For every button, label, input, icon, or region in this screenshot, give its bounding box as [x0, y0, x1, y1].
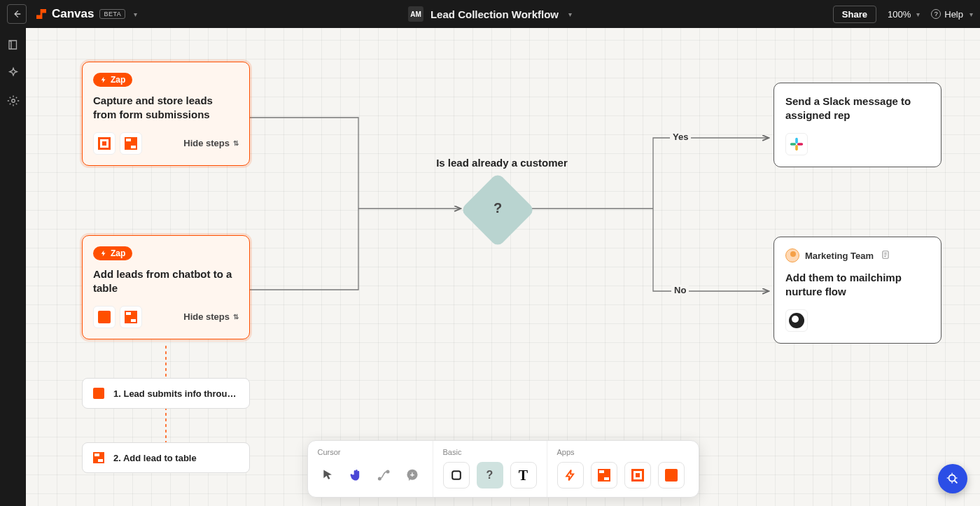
- canvas[interactable]: Zap Capture and store leads from form su…: [26, 28, 980, 506]
- tool-pan[interactable]: [346, 462, 367, 489]
- owner-avatar[interactable]: AM: [408, 6, 424, 22]
- share-button[interactable]: Share: [833, 6, 876, 23]
- app-icon-forms: [93, 132, 115, 155]
- document-title-group: AM Lead Collection Workflow ▾: [408, 6, 572, 22]
- svg-rect-3: [795, 144, 798, 150]
- zap-title: Add leads from chatbot to a table: [93, 267, 239, 296]
- tool-app-zap[interactable]: [557, 462, 584, 489]
- tool-group-label: Basic: [443, 448, 537, 456]
- settings-icon[interactable]: [6, 94, 20, 108]
- svg-point-11: [949, 475, 955, 482]
- svg-rect-1: [795, 137, 798, 143]
- zap-title: Capture and store leads from form submis…: [93, 94, 239, 122]
- tool-group-label: Cursor: [318, 448, 423, 456]
- svg-rect-4: [797, 143, 803, 146]
- tool-group-basic: Basic ? T: [433, 441, 547, 497]
- step-card-2[interactable]: 2. Add lead to table: [82, 442, 250, 473]
- outcome-title: Add them to mailchimp nurture flow: [785, 271, 930, 300]
- zap-card-capture-leads[interactable]: Zap Capture and store leads from form su…: [82, 62, 250, 166]
- zoom-value: 100%: [888, 9, 911, 20]
- hide-steps-toggle[interactable]: Hide steps ⇅: [183, 138, 239, 148]
- decision-label: Is lead already a customer: [425, 157, 579, 169]
- tool-app-chatbot[interactable]: [658, 462, 685, 489]
- note-icon: [881, 250, 890, 262]
- svg-rect-10: [452, 471, 461, 479]
- branch-yes-label: Yes: [670, 132, 691, 142]
- help-menu[interactable]: ? Help ▾: [931, 9, 973, 20]
- svg-point-7: [386, 470, 388, 472]
- tool-app-tables[interactable]: [591, 462, 617, 489]
- svg-point-0: [11, 99, 15, 103]
- sparkle-icon[interactable]: [6, 66, 20, 80]
- beta-badge: BETA: [99, 9, 125, 19]
- product-name: Canvas: [52, 7, 94, 21]
- zap-badge-label: Zap: [111, 75, 125, 85]
- tool-group-label: Apps: [557, 448, 685, 456]
- step-label: 1. Lead submits info throug…: [113, 388, 241, 399]
- zoom-control[interactable]: 100% ▾: [888, 9, 920, 20]
- outcome-title: Send a Slack message to assigned rep: [785, 94, 930, 123]
- document-title[interactable]: Lead Collection Workflow: [430, 8, 559, 20]
- step-card-1[interactable]: 1. Lead submits info throug…: [82, 378, 250, 409]
- app-icon-slack: [785, 133, 808, 155]
- tool-group-cursor: Cursor +: [308, 441, 433, 497]
- tool-shape-rect[interactable]: [443, 462, 470, 489]
- zap-app-icons: [93, 132, 142, 155]
- zapier-logo-icon: [36, 9, 46, 19]
- zoom-chevron-icon: ▾: [916, 10, 920, 18]
- sort-icon: ⇅: [233, 315, 239, 318]
- svg-rect-2: [790, 143, 796, 146]
- tool-app-interfaces[interactable]: [624, 462, 651, 489]
- sort-icon: ⇅: [233, 141, 239, 145]
- tool-text[interactable]: T: [510, 462, 537, 489]
- zap-app-icons: [93, 306, 142, 328]
- step-label: 2. Add lead to table: [113, 453, 197, 463]
- help-label: Help: [944, 9, 963, 20]
- svg-point-6: [378, 477, 380, 479]
- brand: Canvas BETA ▾: [36, 7, 137, 21]
- hide-steps-toggle[interactable]: Hide steps ⇅: [183, 311, 239, 322]
- app-icon-chatbot: [91, 386, 106, 401]
- zap-badge: Zap: [93, 73, 132, 87]
- svg-text:+: +: [410, 470, 414, 479]
- bottom-toolbar: Cursor + Basic ? T Apps: [307, 440, 699, 498]
- tool-select[interactable]: [318, 462, 339, 489]
- tool-connector[interactable]: [374, 462, 395, 489]
- topbar: Canvas BETA ▾ AM Lead Collection Workflo…: [0, 0, 980, 28]
- tool-group-apps: Apps: [547, 441, 694, 497]
- help-icon: ?: [931, 9, 941, 19]
- outcome-card-slack[interactable]: Send a Slack message to assigned rep: [774, 83, 941, 167]
- app-icon-tables: [120, 132, 142, 155]
- back-button[interactable]: [7, 4, 27, 24]
- zap-badge-label: Zap: [111, 248, 125, 258]
- zap-card-chatbot-leads[interactable]: Zap Add leads from chatbot to a table Hi…: [82, 235, 250, 339]
- zap-badge: Zap: [93, 246, 132, 260]
- tool-shape-decision[interactable]: ?: [477, 462, 503, 489]
- brand-menu-chevron-icon[interactable]: ▾: [134, 10, 137, 18]
- app-icon-chatbot: [93, 306, 115, 328]
- outcome-card-mailchimp[interactable]: Marketing Team Add them to mailchimp nur…: [774, 237, 941, 344]
- owner-row: Marketing Team: [785, 248, 930, 262]
- app-icon-mailchimp: [785, 309, 808, 332]
- assistant-fab[interactable]: [938, 464, 967, 493]
- library-icon[interactable]: [6, 38, 20, 52]
- app-icon-tables: [120, 306, 142, 328]
- left-rail: [0, 28, 26, 506]
- branch-no-label: No: [671, 285, 689, 295]
- app-icon-tables: [91, 450, 106, 465]
- help-chevron-icon: ▾: [969, 10, 973, 18]
- owner-name: Marketing Team: [805, 251, 874, 261]
- owner-avatar-icon: [785, 248, 799, 262]
- tool-comment[interactable]: +: [402, 462, 423, 489]
- title-menu-chevron-icon[interactable]: ▾: [568, 10, 572, 18]
- decision-mark: ?: [493, 200, 502, 216]
